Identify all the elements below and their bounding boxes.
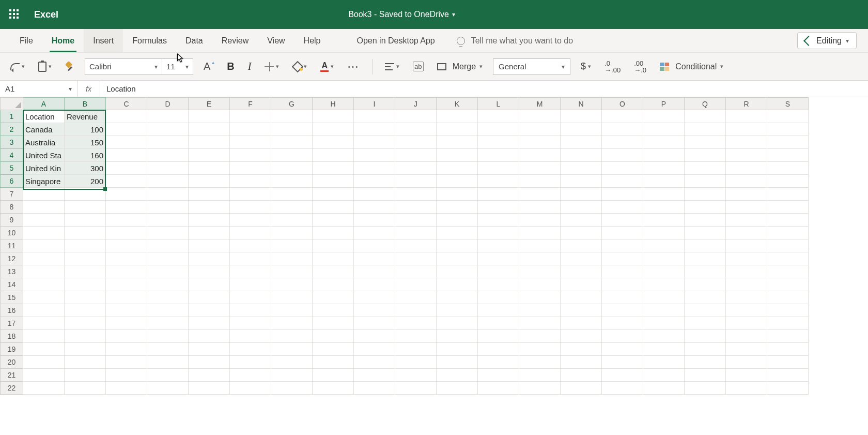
- bold-button[interactable]: B: [224, 58, 237, 74]
- cell-R7[interactable]: [726, 188, 767, 201]
- cell-D17[interactable]: [147, 317, 189, 330]
- cell-P7[interactable]: [643, 188, 685, 201]
- app-launcher-icon[interactable]: [9, 9, 20, 20]
- tab-insert[interactable]: Insert: [84, 29, 123, 52]
- cell-I13[interactable]: [354, 265, 395, 278]
- cell-K18[interactable]: [437, 330, 478, 343]
- cell-E12[interactable]: [189, 252, 230, 265]
- cell-B18[interactable]: [65, 330, 106, 343]
- cell-K3[interactable]: [437, 136, 478, 149]
- cell-G18[interactable]: [271, 330, 313, 343]
- cell-O1[interactable]: [602, 110, 643, 123]
- cell-F15[interactable]: [230, 291, 271, 304]
- cell-P13[interactable]: [643, 265, 685, 278]
- cell-A4[interactable]: United Sta: [23, 149, 65, 162]
- cell-N14[interactable]: [561, 278, 602, 291]
- row-header-9[interactable]: 9: [1, 214, 23, 227]
- cell-C17[interactable]: [106, 317, 147, 330]
- column-header-F[interactable]: F: [230, 98, 271, 110]
- cell-K19[interactable]: [437, 343, 478, 356]
- cell-R22[interactable]: [726, 382, 767, 395]
- cell-Q8[interactable]: [685, 201, 726, 214]
- cell-C14[interactable]: [106, 278, 147, 291]
- cell-C3[interactable]: [106, 136, 147, 149]
- cell-S11[interactable]: [767, 239, 809, 252]
- cell-I12[interactable]: [354, 252, 395, 265]
- increase-font-size-button[interactable]: A: [200, 58, 216, 74]
- cell-P17[interactable]: [643, 317, 685, 330]
- cell-I19[interactable]: [354, 343, 395, 356]
- cell-N1[interactable]: [561, 110, 602, 123]
- column-header-I[interactable]: I: [354, 98, 395, 110]
- cell-E13[interactable]: [189, 265, 230, 278]
- cell-J20[interactable]: [395, 356, 437, 369]
- cell-K11[interactable]: [437, 239, 478, 252]
- name-box[interactable]: A1 ▾: [0, 81, 78, 97]
- cell-G20[interactable]: [271, 356, 313, 369]
- cell-R19[interactable]: [726, 343, 767, 356]
- alignment-button[interactable]: ▾: [382, 61, 402, 72]
- cell-H11[interactable]: [313, 239, 354, 252]
- cell-D20[interactable]: [147, 356, 189, 369]
- cell-G15[interactable]: [271, 291, 313, 304]
- cell-B13[interactable]: [65, 265, 106, 278]
- cell-G14[interactable]: [271, 278, 313, 291]
- cell-F16[interactable]: [230, 304, 271, 317]
- cell-M4[interactable]: [519, 149, 561, 162]
- merge-button[interactable]: Merge ▾: [434, 60, 486, 73]
- cell-L10[interactable]: [478, 227, 519, 239]
- cell-B10[interactable]: [65, 227, 106, 239]
- row-header-7[interactable]: 7: [1, 188, 23, 201]
- cell-N8[interactable]: [561, 201, 602, 214]
- cell-C4[interactable]: [106, 149, 147, 162]
- cell-L13[interactable]: [478, 265, 519, 278]
- cell-M17[interactable]: [519, 317, 561, 330]
- cell-Q11[interactable]: [685, 239, 726, 252]
- cell-J1[interactable]: [395, 110, 437, 123]
- cell-M15[interactable]: [519, 291, 561, 304]
- cell-S9[interactable]: [767, 214, 809, 227]
- cell-A21[interactable]: [23, 369, 65, 382]
- cell-R13[interactable]: [726, 265, 767, 278]
- tell-me-search[interactable]: Tell me what you want to do: [446, 29, 583, 52]
- cell-F12[interactable]: [230, 252, 271, 265]
- cell-F17[interactable]: [230, 317, 271, 330]
- cell-I4[interactable]: [354, 149, 395, 162]
- cell-E1[interactable]: [189, 110, 230, 123]
- borders-button[interactable]: ▾: [261, 60, 282, 73]
- cell-S8[interactable]: [767, 201, 809, 214]
- open-in-desktop-app[interactable]: Open in Desktop App: [346, 29, 446, 52]
- cell-M18[interactable]: [519, 330, 561, 343]
- cell-P12[interactable]: [643, 252, 685, 265]
- cell-M7[interactable]: [519, 188, 561, 201]
- cell-H16[interactable]: [313, 304, 354, 317]
- cell-K15[interactable]: [437, 291, 478, 304]
- cell-L9[interactable]: [478, 214, 519, 227]
- cell-R21[interactable]: [726, 369, 767, 382]
- cell-C11[interactable]: [106, 239, 147, 252]
- row-header-8[interactable]: 8: [1, 201, 23, 214]
- cell-S5[interactable]: [767, 162, 809, 175]
- font-color-button[interactable]: A▾: [317, 59, 337, 74]
- cell-S13[interactable]: [767, 265, 809, 278]
- cell-I21[interactable]: [354, 369, 395, 382]
- undo-button[interactable]: ▾: [7, 61, 28, 72]
- cell-M22[interactable]: [519, 382, 561, 395]
- cell-Q4[interactable]: [685, 149, 726, 162]
- cell-R2[interactable]: [726, 123, 767, 136]
- cell-D13[interactable]: [147, 265, 189, 278]
- tab-formulas[interactable]: Formulas: [123, 29, 176, 52]
- cell-H6[interactable]: [313, 175, 354, 188]
- cell-A15[interactable]: [23, 291, 65, 304]
- cell-N10[interactable]: [561, 227, 602, 239]
- cell-A5[interactable]: United Kin: [23, 162, 65, 175]
- cell-S10[interactable]: [767, 227, 809, 239]
- cell-D22[interactable]: [147, 382, 189, 395]
- cell-N3[interactable]: [561, 136, 602, 149]
- tab-data[interactable]: Data: [176, 29, 212, 52]
- cell-D9[interactable]: [147, 214, 189, 227]
- cell-L20[interactable]: [478, 356, 519, 369]
- cell-C7[interactable]: [106, 188, 147, 201]
- cell-G2[interactable]: [271, 123, 313, 136]
- cell-H2[interactable]: [313, 123, 354, 136]
